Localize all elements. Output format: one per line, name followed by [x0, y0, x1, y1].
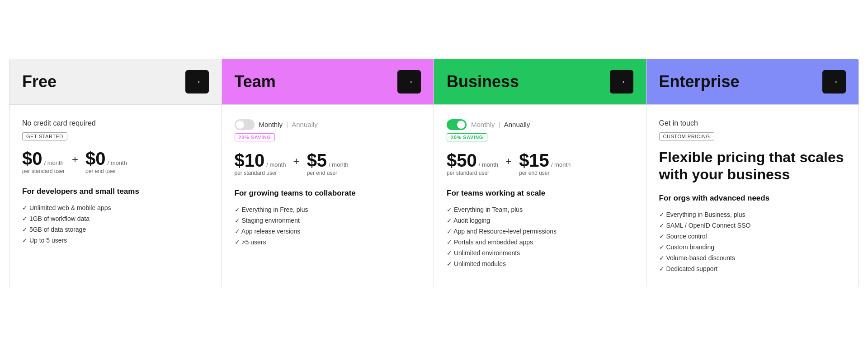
price-block-wrapper-business-1: $15/ monthper end user [519, 150, 571, 176]
price-amount-free-0: $0 [22, 149, 42, 169]
price-amount-team-1: $5 [307, 150, 327, 171]
plan-arrow-button-team[interactable]: → [397, 70, 421, 94]
plus-sign-business: + [505, 155, 512, 171]
price-block-free-1: $0/ month [85, 149, 127, 169]
price-sub-free-1: per end user [85, 168, 127, 174]
price-block-team-0: $10/ month [235, 150, 286, 171]
saving-badge-business: 20% SAVING [447, 133, 487, 141]
feature-item-business-5: Unlimited modules [447, 260, 633, 267]
price-block-business-0: $50/ month [447, 150, 498, 171]
price-sub-team-0: per standard user [235, 170, 286, 176]
plan-body-team: Monthly | Annually20% SAVING$10/ monthpe… [222, 104, 434, 287]
price-period-team-1: / month [329, 161, 348, 168]
feature-item-enterprise-0: Everything in Business, plus [659, 211, 846, 218]
price-sub-business-1: per end user [519, 170, 571, 176]
price-period-free-1: / month [108, 159, 127, 166]
plan-body-enterprise: Get in touchCUSTOM PRICINGFlexible prici… [646, 104, 859, 287]
toggle-knob-team [236, 121, 244, 129]
billing-toggle-row-team: Monthly | Annually [235, 119, 421, 130]
price-amount-business-0: $50 [447, 150, 477, 171]
plan-body-free: No credit card requiredGET STARTED$0/ mo… [9, 104, 222, 287]
pricing-row-free: $0/ monthper standard user+$0/ monthper … [22, 149, 209, 174]
plan-arrow-button-free[interactable]: → [185, 70, 209, 94]
plan-arrow-button-enterprise[interactable]: → [822, 70, 846, 94]
billing-toggle-row-business: Monthly | Annually [447, 119, 633, 130]
billing-separator-team: | [284, 121, 290, 128]
plan-name-team: Team [235, 72, 276, 91]
plan-header-business: Business→ [434, 59, 646, 104]
plan-header-enterprise: Enterprise→ [646, 59, 859, 104]
plan-name-free: Free [22, 72, 57, 91]
pricing-row-team: $10/ monthper standard user+$5/ monthper… [235, 150, 421, 176]
price-period-business-1: / month [551, 161, 571, 168]
price-block-team-1: $5/ month [307, 150, 349, 171]
billing-annually-team: Annually [292, 121, 318, 128]
price-block-business-1: $15/ month [519, 150, 571, 171]
feature-item-business-3: Portals and embedded apps [447, 238, 633, 246]
feature-item-enterprise-4: Volume-based discounts [659, 254, 846, 262]
billing-monthly-business: Monthly [471, 121, 495, 128]
plus-sign-free: + [72, 153, 78, 169]
feature-item-enterprise-5: Dedicated support [659, 265, 846, 272]
plus-sign-team: + [293, 155, 300, 171]
saving-badge-team: 20% SAVING [235, 133, 275, 141]
feature-item-free-1: 1GB of workflow data [22, 215, 209, 222]
plan-column-free: Free→No credit card requiredGET STARTED$… [9, 59, 222, 287]
feature-item-business-4: Unlimited environments [447, 249, 633, 257]
billing-annually-business: Annually [504, 121, 530, 128]
plan-tagline-business: For teams working at scale [447, 189, 633, 198]
plan-arrow-button-business[interactable]: → [610, 70, 633, 94]
plan-column-team: Team→Monthly | Annually20% SAVING$10/ mo… [222, 59, 434, 287]
plan-name-business: Business [447, 72, 519, 91]
feature-item-team-0: Everything in Free, plus [235, 206, 421, 213]
price-amount-team-0: $10 [235, 150, 265, 171]
price-block-wrapper-free-1: $0/ monthper end user [85, 149, 127, 174]
feature-item-free-2: 5GB of data storage [22, 226, 209, 233]
no-credit-card-text: No credit card required [22, 119, 209, 127]
pricing-row-business: $50/ monthper standard user+$15/ monthpe… [447, 150, 633, 176]
plan-column-enterprise: Enterprise→Get in touchCUSTOM PRICINGFle… [646, 59, 859, 287]
plan-column-business: Business→Monthly | Annually20% SAVING$50… [434, 59, 646, 287]
pricing-table: Free→No credit card requiredGET STARTED$… [9, 59, 859, 288]
feature-item-enterprise-3: Custom branding [659, 243, 846, 251]
price-amount-free-1: $0 [85, 149, 106, 169]
price-sub-free-0: per standard user [22, 168, 65, 174]
plan-tagline-free: For developers and small teams [22, 187, 209, 196]
feature-item-team-3: >5 users [235, 238, 421, 246]
plan-header-free: Free→ [9, 59, 222, 104]
feature-item-team-1: Staging environment [235, 217, 421, 224]
plan-badge-enterprise[interactable]: CUSTOM PRICING [659, 132, 714, 140]
feature-item-free-0: Unlimited web & mobile apps [22, 204, 209, 211]
plan-tagline-team: For growing teams to collaborate [235, 189, 421, 198]
feature-item-enterprise-1: SAML / OpenID Connect SSO [659, 222, 846, 229]
billing-monthly-team: Monthly [259, 121, 283, 128]
billing-label-business: Monthly | Annually [471, 121, 530, 128]
price-period-free-0: / month [44, 159, 64, 166]
features-list-business: Everything in Team, plusAudit loggingApp… [447, 206, 633, 267]
features-list-free: Unlimited web & mobile apps1GB of workfl… [22, 204, 209, 244]
feature-item-team-2: App release versions [235, 228, 421, 235]
price-block-free-0: $0/ month [22, 149, 65, 169]
price-block-wrapper-team-0: $10/ monthper standard user [235, 150, 286, 176]
get-in-touch-text: Get in touch [659, 119, 846, 127]
plan-name-enterprise: Enterprise [659, 72, 740, 91]
feature-item-business-1: Audit logging [447, 217, 633, 224]
price-period-business-0: / month [479, 161, 498, 168]
features-list-team: Everything in Free, plusStaging environm… [235, 206, 421, 246]
price-sub-business-0: per standard user [447, 170, 498, 176]
price-block-wrapper-team-1: $5/ monthper end user [307, 150, 349, 176]
feature-item-business-2: App and Resource-level permissions [447, 228, 633, 235]
price-block-wrapper-business-0: $50/ monthper standard user [447, 150, 498, 176]
toggle-knob-business [457, 121, 465, 129]
plan-header-team: Team→ [222, 59, 434, 104]
enterprise-big-tagline: Flexible pricing that scales with your b… [659, 149, 846, 183]
price-block-wrapper-free-0: $0/ monthper standard user [22, 149, 65, 174]
billing-toggle-business[interactable] [447, 119, 467, 130]
plan-badge-free[interactable]: GET STARTED [22, 132, 67, 140]
feature-item-enterprise-2: Source control [659, 233, 846, 240]
plan-body-business: Monthly | Annually20% SAVING$50/ monthpe… [434, 104, 646, 287]
plan-tagline-enterprise: For orgs with advanced needs [659, 194, 846, 203]
price-amount-business-1: $15 [519, 150, 549, 171]
billing-label-team: Monthly | Annually [259, 121, 318, 128]
billing-toggle-team[interactable] [235, 119, 255, 130]
